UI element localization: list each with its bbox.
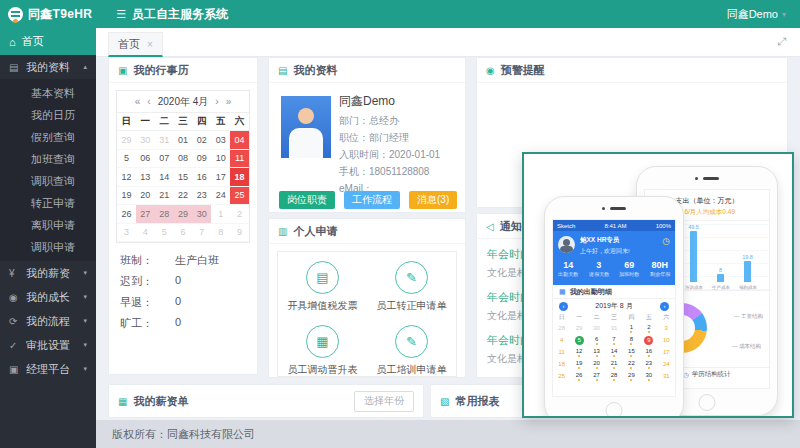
mobile-day-cell[interactable]: 28 <box>553 322 570 334</box>
sidebar-item[interactable]: 调职申请 <box>0 236 96 258</box>
calendar-day-cell[interactable]: 20 <box>136 187 155 206</box>
mobile-day-cell[interactable]: 31 <box>658 370 675 382</box>
profile-button-3[interactable]: 消息(3) <box>409 191 457 209</box>
sidebar-item[interactable]: 我的日历 <box>0 104 96 126</box>
calendar-day-cell[interactable]: 4 <box>136 224 155 243</box>
sidebar-item[interactable]: 加班查询 <box>0 148 96 170</box>
mobile-day-cell[interactable]: 1 <box>623 322 640 334</box>
sidebar-group-1[interactable]: ▤我的资料▴ <box>0 55 96 79</box>
mobile-day-cell[interactable]: 4 <box>553 334 570 346</box>
calendar-day-cell[interactable]: 9 <box>230 224 249 243</box>
next-month-button[interactable]: › <box>660 302 669 311</box>
calendar-day-cell[interactable]: 23 <box>192 187 211 206</box>
calendar-day-cell[interactable]: 11 <box>230 150 249 169</box>
mobile-day-cell[interactable]: 6 <box>588 334 605 346</box>
calendar-day-cell[interactable]: 06 <box>136 150 155 169</box>
calendar-day-cell[interactable]: 24 <box>211 187 230 206</box>
mobile-day-cell[interactable]: 3 <box>658 322 675 334</box>
calendar-day-cell[interactable]: 25 <box>230 187 249 206</box>
calendar-day-cell[interactable]: 02 <box>192 131 211 150</box>
user-menu[interactable]: 同鑫Demo ▾ <box>727 7 786 22</box>
calendar-day-cell[interactable]: 29 <box>117 131 136 150</box>
calendar-day-cell[interactable]: 15 <box>174 168 193 187</box>
next-year-button[interactable]: » <box>226 96 232 107</box>
apply-item[interactable]: ✎员工转正申请单 <box>367 261 456 313</box>
mobile-day-cell[interactable]: 15 <box>623 346 640 358</box>
calendar-day-cell[interactable]: 30 <box>136 131 155 150</box>
mobile-day-cell[interactable]: 25 <box>553 370 570 382</box>
mobile-day-cell[interactable]: 7 <box>605 334 622 346</box>
calendar-day-cell[interactable]: 21 <box>155 187 174 206</box>
sidebar-item[interactable]: 离职申请 <box>0 214 96 236</box>
hamburger-icon[interactable]: ☰ <box>116 8 126 21</box>
mobile-day-cell[interactable]: 30 <box>640 370 657 382</box>
calendar-day-cell[interactable]: 12 <box>117 168 136 187</box>
mobile-day-cell[interactable]: 19 <box>570 358 587 370</box>
mobile-day-cell[interactable]: 24 <box>658 358 675 370</box>
calendar-day-cell[interactable]: 7 <box>192 224 211 243</box>
calendar-day-cell[interactable]: 29 <box>174 205 193 224</box>
mobile-day-cell[interactable]: 20 <box>588 358 605 370</box>
sidebar-group-3[interactable]: ◉我的成长▾ <box>0 285 96 309</box>
sidebar-group-6[interactable]: ▣经理平台▾ <box>0 357 96 381</box>
mobile-day-cell[interactable]: 8 <box>623 334 640 346</box>
mobile-day-cell[interactable]: 26 <box>570 370 587 382</box>
fullscreen-icon[interactable]: ⤢ <box>777 35 786 48</box>
mobile-day-cell[interactable]: 27 <box>588 370 605 382</box>
mobile-day-cell[interactable]: 18 <box>553 358 570 370</box>
calendar-day-cell[interactable]: 19 <box>117 187 136 206</box>
sidebar-item-home[interactable]: ⌂ 首页 <box>0 28 96 55</box>
profile-button-2[interactable]: 工作流程 <box>344 191 400 209</box>
prev-month-button[interactable]: ‹ <box>559 302 568 311</box>
mobile-day-cell[interactable]: 12 <box>570 346 587 358</box>
mobile-day-cell[interactable]: 14 <box>605 346 622 358</box>
tab-home[interactable]: 首页 × <box>108 32 163 57</box>
sidebar-group-2[interactable]: ¥我的薪资▾ <box>0 261 96 285</box>
calendar-day-cell[interactable]: 1 <box>211 205 230 224</box>
mobile-day-cell[interactable]: 28 <box>605 370 622 382</box>
calendar-day-cell[interactable]: 16 <box>192 168 211 187</box>
mobile-day-cell[interactable]: 29 <box>623 370 640 382</box>
prev-month-button[interactable]: ‹ <box>147 96 150 107</box>
calendar-day-cell[interactable]: 3 <box>117 224 136 243</box>
mobile-day-cell[interactable]: 5 <box>570 334 587 346</box>
year-select[interactable]: 选择年份 <box>354 391 414 412</box>
calendar-day-cell[interactable]: 14 <box>155 168 174 187</box>
calendar-day-cell[interactable]: 07 <box>155 150 174 169</box>
mobile-day-cell[interactable]: 16 <box>640 346 657 358</box>
sidebar-group-4[interactable]: ⟳我的流程▾ <box>0 309 96 333</box>
sidebar-item[interactable]: 转正申请 <box>0 192 96 214</box>
mobile-day-cell[interactable]: 17 <box>658 346 675 358</box>
mobile-day-cell[interactable]: 2 <box>640 322 657 334</box>
next-month-button[interactable]: › <box>215 96 218 107</box>
mobile-day-cell[interactable]: 30 <box>588 322 605 334</box>
mobile-day-cell[interactable]: 13 <box>588 346 605 358</box>
calendar-day-cell[interactable]: 31 <box>155 131 174 150</box>
calendar-day-cell[interactable]: 5 <box>117 150 136 169</box>
profile-button-1[interactable]: 岗位职责 <box>279 191 335 209</box>
calendar-day-cell[interactable]: 5 <box>155 224 174 243</box>
prev-year-button[interactable]: « <box>135 96 141 107</box>
close-icon[interactable]: × <box>147 39 153 50</box>
calendar-day-cell[interactable]: 17 <box>211 168 230 187</box>
calendar-day-cell[interactable]: 18 <box>230 168 249 187</box>
sidebar-item[interactable]: 假别查询 <box>0 126 96 148</box>
mobile-day-cell[interactable]: 9 <box>640 334 657 346</box>
apply-item[interactable]: ▤开具增值税发票 <box>278 261 367 313</box>
calendar-day-cell[interactable]: 09 <box>192 150 211 169</box>
calendar-day-cell[interactable]: 10 <box>211 150 230 169</box>
mobile-day-cell[interactable]: 21 <box>605 358 622 370</box>
calendar-day-cell[interactable]: 6 <box>174 224 193 243</box>
calendar-day-cell[interactable]: 27 <box>136 205 155 224</box>
calendar-day-cell[interactable]: 22 <box>174 187 193 206</box>
calendar-day-cell[interactable]: 26 <box>117 205 136 224</box>
apply-item[interactable]: ✎员工培训申请单 <box>367 325 456 377</box>
mobile-day-cell[interactable]: 22 <box>623 358 640 370</box>
calendar-day-cell[interactable]: 30 <box>192 205 211 224</box>
sidebar-group-5[interactable]: ✓审批设置▾ <box>0 333 96 357</box>
mobile-day-cell[interactable]: 10 <box>658 334 675 346</box>
calendar-day-cell[interactable]: 8 <box>211 224 230 243</box>
sidebar-item[interactable]: 基本资料 <box>0 82 96 104</box>
calendar-day-cell[interactable]: 03 <box>211 131 230 150</box>
calendar-day-cell[interactable]: 28 <box>155 205 174 224</box>
